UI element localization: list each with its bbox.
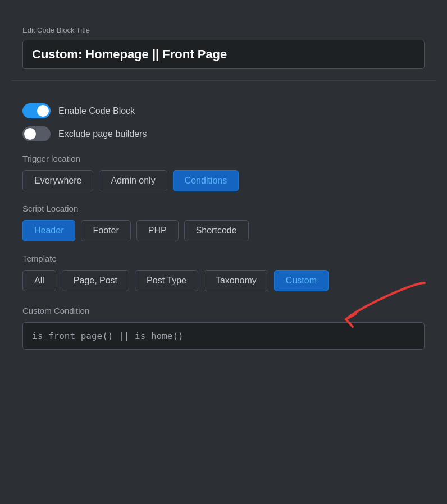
trigger-location-buttons: Everywhere Admin only Conditions: [22, 170, 425, 191]
template-buttons: All Page, Post Post Type Taxonomy Custom: [22, 270, 425, 291]
main-content: Enable Code Block Exclude page builders …: [11, 92, 436, 361]
template-all-button[interactable]: All: [22, 270, 56, 291]
script-location-group: Script Location Header Footer PHP Shortc…: [22, 204, 425, 241]
trigger-admin-only-button[interactable]: Admin only: [99, 170, 167, 191]
divider: [11, 80, 436, 81]
template-group: Template All Page, Post Post Type Taxono…: [22, 254, 425, 291]
title-label: Edit Code Block Title: [22, 26, 425, 34]
enable-code-block-label: Enable Code Block: [58, 106, 135, 116]
title-input[interactable]: [22, 40, 425, 69]
script-location-label: Script Location: [22, 204, 425, 213]
exclude-page-builders-toggle[interactable]: [22, 126, 51, 141]
exclude-page-builders-knob: [24, 128, 36, 140]
template-post-type-button[interactable]: Post Type: [135, 270, 198, 291]
exclude-page-builders-label: Exclude page builders: [58, 129, 147, 139]
script-php-button[interactable]: PHP: [136, 220, 179, 241]
trigger-conditions-button[interactable]: Conditions: [173, 170, 239, 191]
template-page-post-button[interactable]: Page, Post: [62, 270, 129, 291]
script-footer-button[interactable]: Footer: [81, 220, 130, 241]
custom-condition-section: Custom Condition: [22, 306, 425, 350]
title-section: Edit Code Block Title: [11, 17, 436, 80]
script-location-buttons: Header Footer PHP Shortcode: [22, 220, 425, 241]
exclude-page-builders-row: Exclude page builders: [22, 126, 425, 141]
main-panel: Edit Code Block Title Enable Code Block …: [11, 17, 436, 361]
script-shortcode-button[interactable]: Shortcode: [184, 220, 249, 241]
enable-code-block-row: Enable Code Block: [22, 103, 425, 118]
custom-condition-input[interactable]: [22, 322, 425, 350]
enable-code-block-knob: [37, 105, 49, 117]
arrow-container: [22, 322, 425, 350]
trigger-everywhere-button[interactable]: Everywhere: [22, 170, 93, 191]
custom-condition-label: Custom Condition: [22, 306, 425, 315]
template-custom-button[interactable]: Custom: [274, 270, 329, 291]
script-header-button[interactable]: Header: [22, 220, 75, 241]
enable-code-block-toggle[interactable]: [22, 103, 51, 118]
trigger-location-label: Trigger location: [22, 154, 425, 163]
template-label: Template: [22, 254, 425, 263]
trigger-location-group: Trigger location Everywhere Admin only C…: [22, 154, 425, 191]
template-taxonomy-button[interactable]: Taxonomy: [204, 270, 268, 291]
